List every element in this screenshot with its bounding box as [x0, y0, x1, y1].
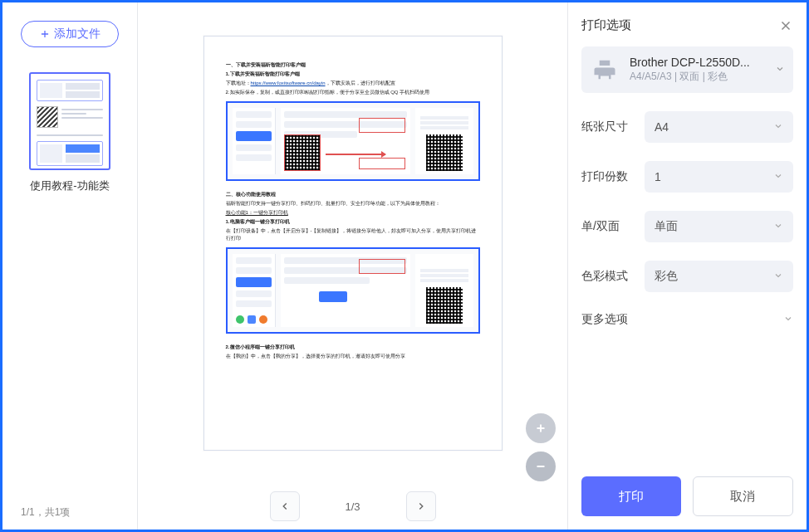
print-button[interactable]: 打印	[581, 476, 681, 516]
sidebar: 添加文件 使用教程-功能类 1/1，共1项	[2, 2, 138, 530]
chevron-down-icon	[773, 270, 783, 283]
screenshot-box-2	[226, 247, 480, 334]
chevron-down-icon	[773, 120, 783, 134]
thumbnail-frame	[29, 72, 110, 170]
pager-bar: 1/3	[138, 483, 567, 530]
chevron-left-icon	[279, 500, 291, 512]
zoom-controls	[526, 413, 556, 481]
next-page-button[interactable]	[406, 491, 436, 521]
color-mode-row: 色彩模式 彩色	[581, 261, 793, 292]
copies-select[interactable]: 1	[645, 161, 793, 193]
prev-page-button[interactable]	[270, 491, 300, 521]
paper-size-row: 纸张尺寸 A4	[581, 111, 793, 143]
color-mode-select[interactable]: 彩色	[645, 261, 793, 292]
more-options-toggle[interactable]: 更多选项	[581, 312, 793, 327]
thumbnail-label: 使用教程-功能类	[30, 178, 109, 193]
paper-size-select[interactable]: A4	[645, 111, 793, 143]
printer-selector[interactable]: Brother DCP-L2550D... A4/A5/A3 | 双面 | 彩色	[581, 46, 793, 93]
page-sheet: 一、下载并安装福昕智能打印客户端 1.下载并安装福昕智能打印客户端 下载地址：h…	[203, 36, 503, 451]
color-mode-label: 色彩模式	[581, 269, 645, 284]
close-icon	[778, 18, 793, 33]
printer-sub: A4/A5/A3 | 双面 | 彩色	[630, 70, 750, 84]
page-indicator: 1/3	[320, 500, 386, 513]
screenshot-box-1	[226, 101, 480, 181]
printer-name: Brother DCP-L2550D...	[630, 56, 750, 70]
print-panel: 打印选项 Brother DCP-L2550D... A4/A5/A3 | 双面…	[567, 2, 807, 530]
chevron-down-icon	[775, 63, 785, 76]
sidebar-status: 1/1，共1项	[21, 505, 119, 520]
duplex-row: 单/双面 单面	[581, 211, 793, 242]
chevron-down-icon	[773, 170, 783, 183]
zoom-in-button[interactable]	[526, 413, 556, 443]
panel-title: 打印选项	[581, 17, 631, 33]
copies-label: 打印份数	[581, 169, 645, 184]
chevron-right-icon	[415, 500, 427, 512]
duplex-label: 单/双面	[581, 219, 645, 234]
printer-icon	[590, 55, 620, 85]
preview-area: 一、下载并安装福昕智能打印客户端 1.下载并安装福昕智能打印客户端 下载地址：h…	[138, 2, 567, 530]
chevron-down-icon	[783, 313, 793, 326]
duplex-select[interactable]: 单面	[645, 211, 793, 242]
zoom-out-button[interactable]	[526, 451, 556, 481]
chevron-down-icon	[773, 220, 783, 233]
add-file-label: 添加文件	[54, 27, 101, 41]
paper-size-label: 纸张尺寸	[581, 120, 645, 134]
close-button[interactable]	[778, 18, 793, 33]
document-thumbnail[interactable]: 使用教程-功能类	[21, 72, 119, 193]
cancel-button[interactable]: 取消	[693, 476, 794, 516]
plus-icon	[39, 28, 51, 40]
add-file-button[interactable]: 添加文件	[21, 21, 119, 47]
copies-row: 打印份数 1	[581, 161, 793, 193]
